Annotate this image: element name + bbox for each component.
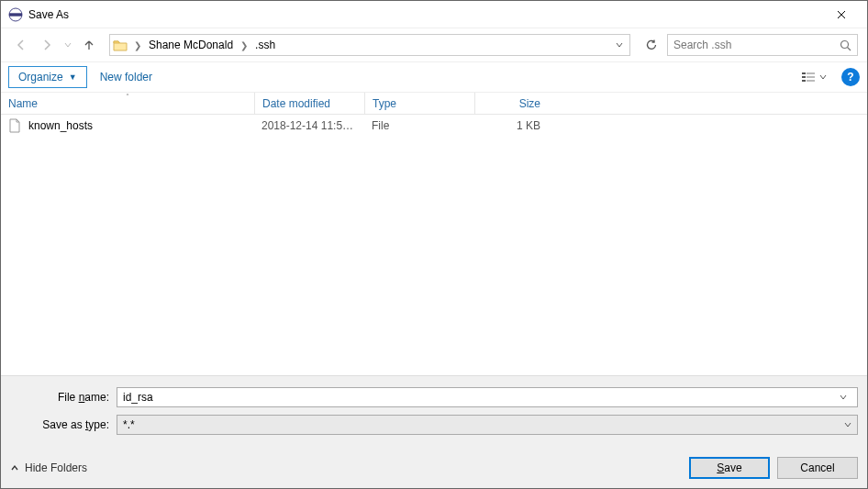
svg-rect-1 xyxy=(9,13,22,16)
column-date[interactable]: Date modified xyxy=(254,93,364,114)
caret-down-icon: ▼ xyxy=(69,72,77,82)
filename-label: File name: xyxy=(10,391,117,404)
back-button[interactable] xyxy=(10,34,32,56)
app-icon xyxy=(8,7,23,22)
breadcrumb-seg-2[interactable]: .ssh xyxy=(251,39,279,51)
file-size: 1 KB xyxy=(474,119,548,132)
filename-input-wrap xyxy=(117,387,858,407)
address-dropdown[interactable] xyxy=(609,40,629,50)
organize-label: Organize xyxy=(18,71,63,83)
svg-rect-7 xyxy=(802,80,806,82)
svg-rect-8 xyxy=(807,80,815,82)
help-button[interactable]: ? xyxy=(841,68,860,86)
caret-down-icon xyxy=(844,421,851,428)
button-row: Hide Folders Save Cancel xyxy=(10,457,858,479)
close-button[interactable] xyxy=(823,2,860,28)
forward-button[interactable] xyxy=(36,34,58,56)
nav-row: ❯ Shane McDonald ❯ .ssh Search .ssh xyxy=(1,28,867,61)
search-icon xyxy=(840,39,851,51)
search-placeholder: Search .ssh xyxy=(673,39,840,51)
chevron-right-icon: ❯ xyxy=(237,40,251,50)
breadcrumb-seg-1[interactable]: Shane McDonald xyxy=(145,39,237,51)
filename-input[interactable] xyxy=(123,391,835,404)
svg-rect-5 xyxy=(802,76,806,78)
history-dropdown[interactable] xyxy=(61,41,74,49)
window-title: Save As xyxy=(28,8,823,21)
chevron-right-icon: ❯ xyxy=(130,40,145,50)
folder-icon xyxy=(110,39,130,51)
new-folder-button[interactable]: New folder xyxy=(93,67,160,87)
file-date: 2018-12-14 11:59 ... xyxy=(254,119,364,132)
column-name[interactable]: Name ˄ xyxy=(1,93,254,114)
title-bar: Save As xyxy=(1,1,867,28)
filename-row: File name: xyxy=(10,387,858,407)
bottom-pane: File name: Save as type: *.* Hide Folder… xyxy=(1,375,867,488)
file-list[interactable]: known_hosts 2018-12-14 11:59 ... File 1 … xyxy=(1,115,867,375)
refresh-button[interactable] xyxy=(640,34,663,56)
up-button[interactable] xyxy=(78,34,100,56)
search-input[interactable]: Search .ssh xyxy=(667,34,858,56)
toolbar: Organize ▼ New folder ? xyxy=(1,61,867,93)
hide-folders-label: Hide Folders xyxy=(25,461,87,474)
savetype-row: Save as type: *.* xyxy=(10,415,858,435)
column-headers: Name ˄ Date modified Type Size xyxy=(1,93,867,115)
file-row[interactable]: known_hosts 2018-12-14 11:59 ... File 1 … xyxy=(1,115,867,137)
file-type: File xyxy=(364,119,474,132)
column-size[interactable]: Size xyxy=(474,93,548,114)
svg-point-2 xyxy=(841,40,849,48)
organize-button[interactable]: Organize ▼ xyxy=(8,66,87,88)
savetype-label: Save as type: xyxy=(10,418,117,431)
cancel-button[interactable]: Cancel xyxy=(777,457,858,479)
hide-folders-button[interactable]: Hide Folders xyxy=(10,461,87,474)
filename-dropdown[interactable] xyxy=(835,394,851,401)
save-button[interactable]: Save xyxy=(689,457,770,479)
svg-rect-6 xyxy=(807,76,815,78)
svg-rect-4 xyxy=(807,72,815,74)
address-bar[interactable]: ❯ Shane McDonald ❯ .ssh xyxy=(109,34,630,56)
file-name: known_hosts xyxy=(28,119,93,132)
sort-indicator-icon: ˄ xyxy=(126,93,129,101)
file-icon xyxy=(8,118,23,133)
svg-rect-3 xyxy=(802,72,806,74)
savetype-value: *.* xyxy=(123,418,844,431)
caret-down-icon xyxy=(819,73,827,81)
chevron-up-icon xyxy=(10,463,19,472)
view-options-button[interactable] xyxy=(797,66,830,88)
column-type[interactable]: Type xyxy=(364,93,474,114)
savetype-combo[interactable]: *.* xyxy=(117,415,858,435)
